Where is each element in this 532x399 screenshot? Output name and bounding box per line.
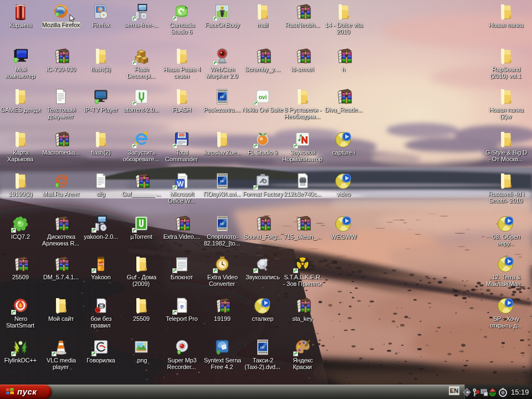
svg-text:HF: HF [260, 346, 265, 349]
svg-text:SMS: SMS [98, 263, 105, 266]
svg-text:HF: HF [220, 95, 224, 99]
svg-text:tp: tp [180, 304, 183, 309]
svg-text:HF: HF [220, 180, 224, 183]
svg-text:HF: HF [220, 222, 224, 226]
svg-text:ovi: ovi [259, 94, 267, 100]
